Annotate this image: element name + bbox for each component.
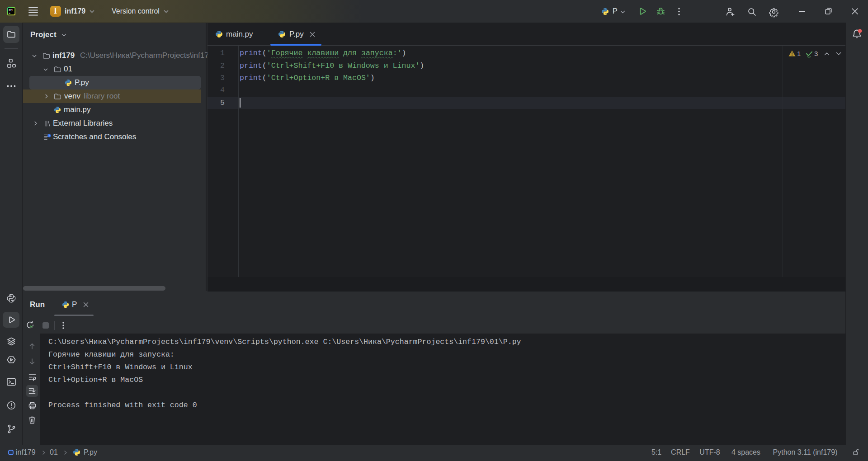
svg-text:PC: PC: [9, 9, 13, 12]
